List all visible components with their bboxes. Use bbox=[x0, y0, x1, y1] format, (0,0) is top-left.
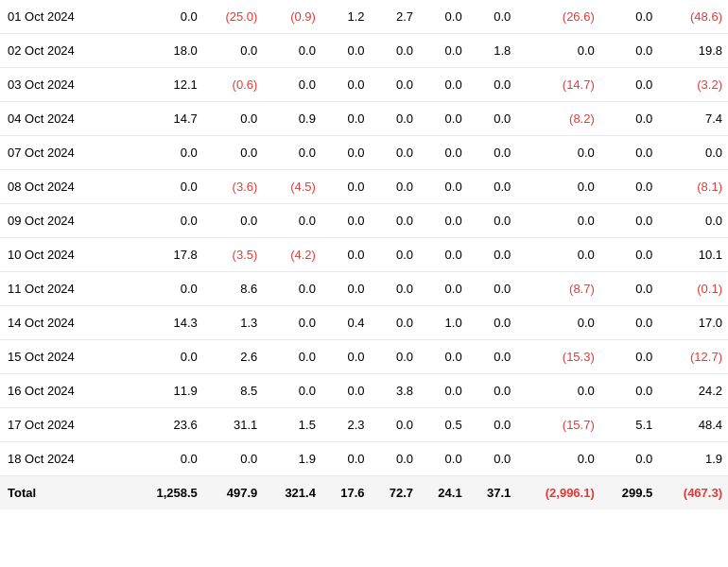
c6-cell: 0.0 bbox=[419, 374, 468, 408]
c4-cell: 0.0 bbox=[321, 374, 371, 408]
table-row: 16 Oct 202411.98.50.00.03.80.00.00.00.02… bbox=[0, 374, 728, 408]
c6-cell: 0.0 bbox=[419, 0, 468, 34]
c10-cell: 19.8 bbox=[658, 34, 728, 68]
c7-cell: 0.0 bbox=[468, 272, 517, 306]
c7-cell: 0.0 bbox=[468, 102, 517, 136]
c9-cell: 0.0 bbox=[600, 34, 659, 68]
c8-cell: (8.7) bbox=[516, 272, 600, 306]
table-row: 08 Oct 20240.0(3.6)(4.5)0.00.00.00.00.00… bbox=[0, 170, 728, 204]
c2-cell: 0.0 bbox=[203, 102, 264, 136]
c2-cell: 0.0 bbox=[203, 34, 264, 68]
c3-cell: 0.0 bbox=[263, 204, 321, 238]
c2-cell: 1.3 bbox=[203, 306, 264, 340]
c10-cell: (0.1) bbox=[658, 272, 728, 306]
c4-cell: 0.0 bbox=[321, 442, 371, 476]
c3-cell: 0.0 bbox=[263, 306, 321, 340]
c6-cell: 0.0 bbox=[419, 272, 468, 306]
c2-cell: (25.0) bbox=[203, 0, 264, 34]
c6-cell: 0.0 bbox=[419, 238, 468, 272]
c10-cell: 48.4 bbox=[658, 408, 728, 442]
c2-cell: 0.0 bbox=[203, 442, 264, 476]
c4-cell: 0.0 bbox=[321, 68, 371, 102]
c6-cell: 0.0 bbox=[419, 102, 468, 136]
c5-cell: 0.0 bbox=[371, 136, 420, 170]
c10-cell: (48.6) bbox=[658, 0, 728, 34]
date-cell: 18 Oct 2024 bbox=[0, 442, 130, 476]
date-cell: 15 Oct 2024 bbox=[0, 340, 130, 374]
c9-cell: 0.0 bbox=[600, 136, 659, 170]
table-row: 14 Oct 202414.31.30.00.40.01.00.00.00.01… bbox=[0, 306, 728, 340]
table-row: 15 Oct 20240.02.60.00.00.00.00.0(15.3)0.… bbox=[0, 340, 728, 374]
c2-cell: 0.0 bbox=[203, 204, 264, 238]
c8-cell: (26.6) bbox=[516, 0, 600, 34]
c5-cell: 0.0 bbox=[371, 306, 420, 340]
c2-cell: 8.6 bbox=[203, 272, 264, 306]
c8-cell: 0.0 bbox=[516, 238, 600, 272]
c10-cell: (3.2) bbox=[658, 68, 728, 102]
c7-cell: 0.0 bbox=[468, 374, 517, 408]
c3-cell: 1.9 bbox=[263, 442, 321, 476]
c1-cell: 0.0 bbox=[130, 442, 203, 476]
c5-cell: 0.0 bbox=[371, 34, 420, 68]
c1-cell: 12.1 bbox=[130, 68, 203, 102]
c1-cell: 0.0 bbox=[130, 170, 203, 204]
c1-cell: 11.9 bbox=[130, 374, 203, 408]
c7-cell: 0.0 bbox=[468, 408, 517, 442]
c9-cell: 0.0 bbox=[600, 0, 659, 34]
c3-cell: 0.0 bbox=[263, 340, 321, 374]
c4-cell: 0.0 bbox=[321, 34, 371, 68]
date-cell: 14 Oct 2024 bbox=[0, 306, 130, 340]
date-cell: 02 Oct 2024 bbox=[0, 34, 130, 68]
c2-cell: (3.5) bbox=[203, 238, 264, 272]
c9-cell: 0.0 bbox=[600, 272, 659, 306]
date-cell: 03 Oct 2024 bbox=[0, 68, 130, 102]
c5-cell: 0.0 bbox=[371, 204, 420, 238]
date-cell: 08 Oct 2024 bbox=[0, 170, 130, 204]
c3-cell: 1.5 bbox=[263, 408, 321, 442]
c1-cell: 18.0 bbox=[130, 34, 203, 68]
c9-cell: 0.0 bbox=[600, 238, 659, 272]
c10-cell: 17.0 bbox=[658, 306, 728, 340]
c7-cell: 0.0 bbox=[468, 306, 517, 340]
c8-cell: (15.3) bbox=[516, 340, 600, 374]
c8-cell: 0.0 bbox=[516, 136, 600, 170]
table-row: 07 Oct 20240.00.00.00.00.00.00.00.00.00.… bbox=[0, 136, 728, 170]
table-row: 10 Oct 202417.8(3.5)(4.2)0.00.00.00.00.0… bbox=[0, 238, 728, 272]
c2-cell: 31.1 bbox=[203, 408, 264, 442]
c9-cell: 0.0 bbox=[600, 170, 659, 204]
c8-cell: 0.0 bbox=[516, 374, 600, 408]
total-c1: 1,258.5 bbox=[130, 476, 203, 510]
c1-cell: 23.6 bbox=[130, 408, 203, 442]
c5-cell: 0.0 bbox=[371, 68, 420, 102]
c3-cell: 0.0 bbox=[263, 272, 321, 306]
c4-cell: 1.2 bbox=[321, 0, 371, 34]
c6-cell: 0.0 bbox=[419, 204, 468, 238]
c2-cell: (3.6) bbox=[203, 170, 264, 204]
table-row: 04 Oct 202414.70.00.90.00.00.00.0(8.2)0.… bbox=[0, 102, 728, 136]
c8-cell: 0.0 bbox=[516, 442, 600, 476]
c9-cell: 0.0 bbox=[600, 306, 659, 340]
c7-cell: 0.0 bbox=[468, 204, 517, 238]
c5-cell: 0.0 bbox=[371, 238, 420, 272]
c5-cell: 0.0 bbox=[371, 272, 420, 306]
c6-cell: 0.5 bbox=[419, 408, 468, 442]
c5-cell: 0.0 bbox=[371, 442, 420, 476]
c9-cell: 0.0 bbox=[600, 68, 659, 102]
c6-cell: 0.0 bbox=[419, 170, 468, 204]
c1-cell: 17.8 bbox=[130, 238, 203, 272]
total-c8: (2,996.1) bbox=[516, 476, 600, 510]
c1-cell: 14.7 bbox=[130, 102, 203, 136]
table-row: 11 Oct 20240.08.60.00.00.00.00.0(8.7)0.0… bbox=[0, 272, 728, 306]
table-row: 17 Oct 202423.631.11.52.30.00.50.0(15.7)… bbox=[0, 408, 728, 442]
c9-cell: 0.0 bbox=[600, 204, 659, 238]
date-cell: 01 Oct 2024 bbox=[0, 0, 130, 34]
c1-cell: 0.0 bbox=[130, 340, 203, 374]
c4-cell: 0.0 bbox=[321, 340, 371, 374]
c8-cell: 0.0 bbox=[516, 34, 600, 68]
total-c6: 24.1 bbox=[419, 476, 468, 510]
date-cell: 17 Oct 2024 bbox=[0, 408, 130, 442]
c10-cell: 0.0 bbox=[658, 204, 728, 238]
c4-cell: 0.0 bbox=[321, 136, 371, 170]
table-row: 03 Oct 202412.1(0.6)0.00.00.00.00.0(14.7… bbox=[0, 68, 728, 102]
c2-cell: 2.6 bbox=[203, 340, 264, 374]
